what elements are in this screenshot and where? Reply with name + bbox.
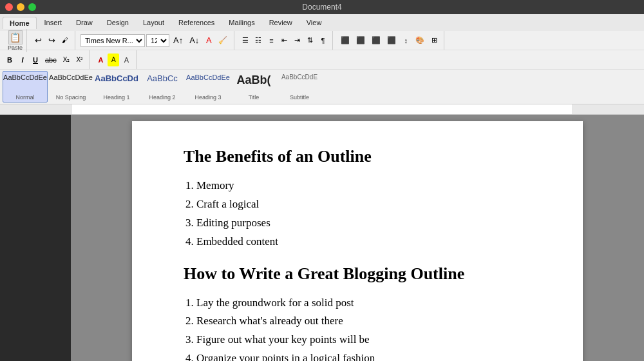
styles-gallery: AaBbCcDdEe Normal AaBbCcDdEe No Spacing … [0,70,644,104]
list-item: Organize your points in a logical fashio… [196,349,531,361]
tab-bar: Home Insert Draw Design Layout Reference… [0,14,644,31]
section1-list: Memory Craft a logical Editing purposes … [196,177,531,251]
style-subtitle-label: Subtitle [290,94,309,101]
superscript-button[interactable]: X² [73,54,85,66]
font-color2-button[interactable]: A [120,54,132,66]
line-spacing-button[interactable]: ↕ [400,34,412,47]
toolbar-row1: 📋 Paste ↩ ↪ 🖌 Times New R... 12 A↑ A↓ A … [0,31,644,50]
list-item: Figure out what your key points will be [196,331,531,349]
text-color-button[interactable]: A [95,54,106,66]
title-bar: Document4 [0,0,644,14]
subscript-button[interactable]: X₂ [61,54,73,66]
clear-format-button[interactable]: 🧹 [216,34,230,47]
list-item: Craft a logical [196,195,531,214]
ruler-inner [71,104,573,114]
style-heading3[interactable]: AaBbCcDdEe Heading 3 [185,71,231,102]
redo-button[interactable]: ↪ [46,34,58,47]
ruler [0,104,644,115]
document-scroll[interactable]: The Benefits of an Outline Memory Craft … [71,115,644,361]
list-item: Research what's already out there [196,312,531,331]
style-normal[interactable]: AaBbCcDdEe Normal [3,71,48,102]
toolbar-row2: B I U abc X₂ X² A A A [0,50,644,70]
show-marks-button[interactable]: ¶ [317,34,328,47]
list-item: Lay the groundwork for a solid post [196,294,531,313]
font-size-select[interactable]: 12 [146,34,169,47]
style-normal-label: Normal [15,94,34,101]
style-heading1[interactable]: AaBbCcDd Heading 1 [94,71,139,102]
shading-button[interactable]: 🎨 [413,34,427,47]
bullets-button[interactable]: ☰ [240,34,251,47]
align-left-button[interactable]: ⬛ [338,34,352,47]
multilevel-button[interactable]: ≡ [265,34,277,47]
undo-redo-section: ↩ ↪ 🖌 [32,31,75,50]
style-subtitle[interactable]: AaBbCcDdE Subtitle [277,71,322,102]
window-title: Document4 [302,3,341,12]
style-heading2-label: Heading 2 [149,94,175,101]
style-no-spacing[interactable]: AaBbCcDdEe No Spacing [48,71,93,102]
minimize-button[interactable] [17,3,24,11]
numbering-button[interactable]: ☷ [252,34,264,47]
format-painter-button[interactable]: 🖌 [59,34,71,47]
style-title-label: Title [249,94,260,101]
tab-layout[interactable]: Layout [137,17,171,28]
indent-decrease-button[interactable]: ⇤ [278,34,290,47]
font-family-select[interactable]: Times New R... [80,34,145,47]
font-format-section: B I U abc X₂ X² [4,50,90,69]
traffic-lights [5,3,36,11]
font-section: Times New R... 12 A↑ A↓ A 🧹 [80,31,234,50]
tab-design[interactable]: Design [100,17,135,28]
align-right-button[interactable]: ⬛ [369,34,383,47]
style-heading2[interactable]: AaBbCc Heading 2 [140,71,185,102]
para-section: ☰ ☷ ≡ ⇤ ⇥ ⇅ ¶ [240,31,333,50]
section1-heading: The Benefits of an Outline [184,147,531,166]
sidebar-left [0,115,71,361]
maximize-button[interactable] [28,3,36,11]
style-title[interactable]: AaBb( Title [231,71,276,102]
justify-button[interactable]: ⬛ [384,34,399,47]
font-color-button[interactable]: A [203,34,214,47]
style-no-spacing-label: No Spacing [56,94,86,101]
paste-icon[interactable]: 📋 [8,30,23,44]
tab-draw[interactable]: Draw [70,17,99,28]
section2-list: Lay the groundwork for a solid post Rese… [196,294,531,361]
sort-button[interactable]: ⇅ [304,34,316,47]
align-center-button[interactable]: ⬛ [354,34,368,47]
font-shrink-button[interactable]: A↓ [187,34,202,47]
list-item: Editing purposes [196,214,531,233]
indent-increase-button[interactable]: ⇥ [291,34,303,47]
style-subtitle-sample: AaBbCcDdE [281,73,317,81]
tab-view[interactable]: View [300,17,328,28]
style-heading3-sample: AaBbCcDdEe [186,73,230,81]
tab-references[interactable]: References [172,17,221,28]
paste-label[interactable]: Paste [8,44,23,51]
document-page: The Benefits of an Outline Memory Craft … [132,121,583,361]
style-heading2-sample: AaBbCc [147,73,178,83]
align-section: ⬛ ⬛ ⬛ ⬛ ↕ 🎨 ⊞ [338,31,444,50]
paste-area: 📋 Paste [4,29,27,52]
style-title-sample: AaBb( [237,73,271,87]
borders-button[interactable]: ⊞ [428,34,440,47]
tab-home[interactable]: Home [3,17,37,29]
section2-heading: How to Write a Great Blogging Outline [184,264,531,284]
list-item: Embedded content [196,233,531,251]
tab-mailings[interactable]: Mailings [222,17,261,28]
close-button[interactable] [5,3,13,11]
style-heading1-label: Heading 1 [103,94,129,101]
highlight-color-button[interactable]: A [108,54,119,66]
style-no-spacing-sample: AaBbCcDdEe [49,73,93,81]
style-heading1-sample: AaBbCcDd [95,73,138,83]
bold-button[interactable]: B [4,54,15,66]
tab-review[interactable]: Review [263,17,299,28]
underline-button[interactable]: U [30,54,41,66]
style-normal-sample: AaBbCcDdEe [3,73,47,81]
list-item: Memory [196,177,531,195]
style-heading3-label: Heading 3 [194,94,221,101]
italic-button[interactable]: I [17,54,28,66]
text-color-section: A A A [95,50,137,69]
undo-button[interactable]: ↩ [32,34,44,47]
tab-insert[interactable]: Insert [38,17,69,28]
document-area: The Benefits of an Outline Memory Craft … [0,115,644,361]
strikethrough-button[interactable]: abc [43,54,59,66]
font-grow-button[interactable]: A↑ [171,34,185,47]
